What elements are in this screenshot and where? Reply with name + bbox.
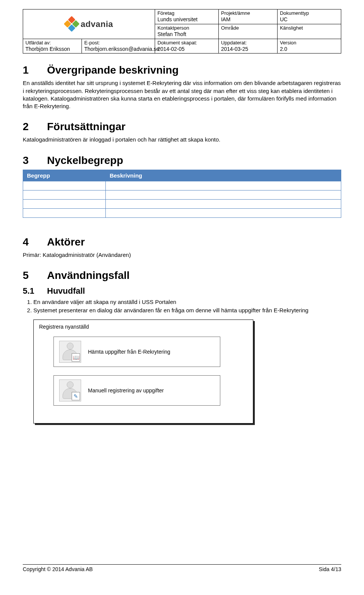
begrepp-table: Begrepp Beskrivning xyxy=(23,170,341,218)
begrepp-th-2: Beskrivning xyxy=(106,170,341,181)
hdr-kontaktperson: Kontaktperson Stefan Thoft xyxy=(155,24,219,39)
footer-copyright: Copyright © 2014 Advania AB xyxy=(23,566,93,572)
table-row xyxy=(23,190,341,199)
dialog-option-fetch-label: Hämta uppgifter från E-Rekrytering xyxy=(88,349,170,355)
table-row xyxy=(23,181,341,190)
table-row xyxy=(23,199,341,208)
section-1-body: En anställds identitet har sitt ursprung… xyxy=(23,79,341,110)
hdr-utfardat: Utfärdat av: Thorbjörn Eriksson xyxy=(23,39,82,54)
hdr-uppdaterat: Uppdaterat: 2014-03-25 xyxy=(218,39,277,54)
hdr-projekt: Projekt/ämne IAM xyxy=(218,9,277,24)
list-item: Systemet presenterar en dialog där använ… xyxy=(33,307,341,314)
hdr-skapat: Dokument skapat: 2014-02-05 xyxy=(155,39,219,54)
section-4-body: Primär: Katalogadministratör (Användaren… xyxy=(23,251,341,259)
section-2-heading: 2Förutsättningar xyxy=(23,121,341,133)
section-4-heading: 4Aktörer xyxy=(23,236,341,248)
logo-cell: advania xyxy=(23,9,155,39)
begrepp-th-1: Begrepp xyxy=(23,170,106,181)
dialog-illustration: Registrera nyanställd 📖 Hämta uppgifter … xyxy=(33,320,253,423)
book-icon: 📖 xyxy=(72,353,80,362)
logo-text: advania xyxy=(81,19,113,30)
pencil-icon: ✎ xyxy=(72,392,80,400)
page-footer: Copyright © 2014 Advania AB Sida 4/13 xyxy=(23,564,341,572)
section-3-heading: 3Nyckelbegrepp xyxy=(23,154,341,167)
hdr-epost: E-post: Thorbjorn.eriksson@advania.se xyxy=(82,39,155,54)
table-row xyxy=(23,208,341,217)
list-item: En användare väljer att skapa ny anställ… xyxy=(33,298,341,306)
dialog-option-manual[interactable]: ✎ Manuell registrering av uppgifter xyxy=(53,375,220,406)
hdr-kanslighet: Känslighet xyxy=(278,24,341,39)
footer-page-number: Sida 4/13 xyxy=(319,566,341,572)
person-pen-icon: ✎ xyxy=(59,379,81,401)
dialog-option-fetch[interactable]: 📖 Hämta uppgifter från E-Rekrytering xyxy=(53,337,220,367)
dialog-title: Registrera nyanställd xyxy=(39,324,248,330)
section-5-1-heading: 5.1Huvudfall xyxy=(23,286,341,296)
section-5-heading: 5Användningsfall xyxy=(23,269,341,282)
hdr-dokumenttyp: Dokumenttyp UC xyxy=(278,9,341,24)
section-2-body: Katalogadministratören är inloggad i por… xyxy=(23,136,341,143)
section-1-heading: 1Övergripande beskrivning xyxy=(23,64,341,76)
hdr-foretag: Företag Lunds universitet xyxy=(155,9,219,24)
hdr-version: Version 2.0 xyxy=(278,39,341,54)
logo-mark-icon xyxy=(65,17,78,31)
hdr-omrade: Område xyxy=(218,24,277,39)
document-header: advania Företag Lunds universitet Projek… xyxy=(23,9,341,54)
person-book-icon: 📖 xyxy=(59,341,81,363)
huvudfall-steps: En användare väljer att skapa ny anställ… xyxy=(33,298,341,315)
company-logo: advania xyxy=(25,13,153,35)
dialog-option-manual-label: Manuell registrering av uppgifter xyxy=(88,387,164,394)
